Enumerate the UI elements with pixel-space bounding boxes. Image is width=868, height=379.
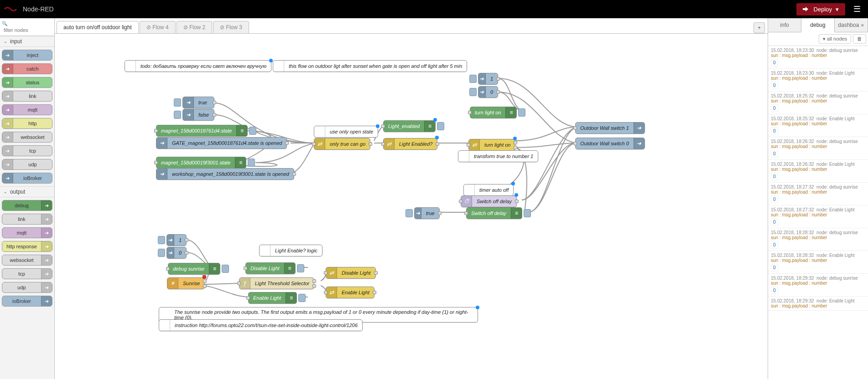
change-enable-light[interactable]: ⇄Enable Light [326, 287, 374, 298]
debug-toggle[interactable] [437, 122, 444, 130]
flow-canvas[interactable]: todo: добавить проверку если свет включе… [55, 34, 768, 379]
output-port[interactable] [312, 284, 316, 288]
debug-toggle[interactable] [297, 264, 304, 272]
tab-dashboard[interactable]: dashboa ✕ [835, 18, 868, 32]
category-output[interactable]: ⌄output [0, 186, 54, 197]
palette-node-websocket[interactable]: ➜websocket [2, 132, 52, 143]
inject-0[interactable]: ➜0 [478, 86, 498, 98]
inject-button[interactable] [174, 98, 181, 107]
input-port[interactable] [381, 142, 385, 146]
debug-sunrise[interactable]: debug sunrise≡ [168, 263, 220, 275]
inject-false[interactable]: ➜false [182, 109, 214, 121]
debug-switch-off[interactable]: Switch off delay≡ [466, 207, 522, 219]
menu-icon[interactable]: ☰ [850, 2, 864, 16]
input-port[interactable] [464, 211, 468, 215]
tab-flow4[interactable]: ⊘ Flow 4 [140, 21, 176, 33]
sunrise-node[interactable]: ☀Sunrise [167, 277, 205, 289]
debug-light-enabled[interactable]: Light_enabled≡ [383, 120, 436, 132]
input-port[interactable] [237, 282, 241, 285]
deploy-button[interactable]: Deploy ▾ [796, 3, 845, 15]
iobroker-outdoor1[interactable]: Outdoor Wall switch 1➜ [575, 122, 645, 134]
palette-node-udp[interactable]: ➜udp [2, 159, 52, 170]
input-port[interactable] [166, 267, 170, 271]
palette-node-ioBroker[interactable]: ioBroker➜ [2, 296, 52, 307]
palette-node-link[interactable]: link➜ [2, 214, 52, 225]
input-port[interactable] [154, 129, 158, 133]
output-port[interactable] [369, 142, 372, 146]
palette-node-websocket[interactable]: websocket➜ [2, 255, 52, 266]
inject-0b[interactable]: ➜0 [166, 247, 187, 259]
tab-auto-outdoor[interactable]: auto turn on/off outdoor light [57, 21, 139, 33]
palette-node-debug[interactable]: debug➜ [2, 200, 52, 211]
input-port[interactable] [246, 296, 250, 300]
comment-node[interactable]: this flow on outdoor ligt after sunset w… [273, 60, 467, 72]
input-port[interactable] [324, 271, 327, 275]
output-port[interactable] [496, 90, 500, 94]
inject-button[interactable] [174, 111, 181, 119]
input-port[interactable] [324, 291, 327, 294]
iobroker-workshop-magnet[interactable]: ➜workshop_magnet_158d00019f3001.state Is… [156, 168, 294, 180]
input-port[interactable] [381, 124, 385, 128]
debug-toggle[interactable] [518, 108, 525, 117]
tab-flow2[interactable]: ⊘ Flow 2 [177, 21, 213, 33]
palette-node-mqtt[interactable]: mqtt➜ [2, 227, 52, 238]
debug-enable-light[interactable]: Enable Light≡ [248, 292, 297, 304]
input-port[interactable] [467, 143, 470, 147]
inject-button[interactable] [158, 249, 165, 257]
palette-node-inject[interactable]: ➜inject [2, 50, 52, 61]
output-port[interactable] [185, 251, 188, 255]
debug-toggle[interactable] [248, 159, 255, 167]
tab-info[interactable]: info [768, 18, 801, 32]
palette-node-http-response[interactable]: http response➜ [2, 241, 52, 252]
debug-magnet2[interactable]: magnet_158d00019f3001.state≡ [156, 157, 246, 169]
input-port[interactable] [573, 126, 577, 130]
input-port[interactable] [573, 142, 577, 145]
comment-node[interactable]: todo: добавить проверку если свет включе… [125, 60, 271, 72]
palette-node-udp[interactable]: udp➜ [2, 282, 52, 293]
output-port[interactable] [514, 146, 517, 149]
palette-node-link[interactable]: ➜link [2, 91, 52, 102]
inject-1[interactable]: ➜1 [478, 73, 498, 85]
output-port[interactable] [312, 279, 316, 283]
output-port[interactable] [285, 141, 289, 145]
debug-toggle[interactable] [298, 294, 306, 302]
debug-turn-on[interactable]: turn light on≡ [470, 107, 517, 118]
output-port[interactable] [514, 141, 517, 144]
function-lts[interactable]: ƒLight Threshold Selector [239, 277, 314, 289]
output-port[interactable] [374, 271, 378, 275]
input-port[interactable] [154, 161, 158, 164]
iobroker-gate-magnet[interactable]: ➜GATE_magnet_158d00018761d4.state is ope… [156, 137, 287, 149]
inject-1b[interactable]: ➜1 [166, 234, 187, 246]
comment-timer[interactable]: timer auto off [463, 184, 514, 196]
input-port[interactable] [312, 142, 316, 146]
debug-toggle[interactable] [222, 265, 229, 273]
inject-button[interactable] [405, 209, 413, 217]
input-port[interactable] [468, 111, 472, 114]
inject-button[interactable] [469, 75, 477, 83]
comment-use-open[interactable]: use only open state [314, 126, 378, 138]
input-port[interactable] [459, 200, 463, 203]
debug-toggle[interactable] [249, 127, 256, 135]
delay-switch-off[interactable]: ⏱Switch off delay [461, 195, 517, 207]
debug-toggle[interactable] [524, 209, 531, 217]
add-tab-button[interactable]: + [754, 22, 765, 33]
palette-node-tcp[interactable]: tcp➜ [2, 268, 52, 279]
output-port[interactable] [213, 101, 216, 104]
palette-node-http[interactable]: ➜http [2, 118, 52, 129]
category-input[interactable]: ⌄input [0, 36, 54, 47]
output-port[interactable] [438, 211, 442, 215]
output-port[interactable] [515, 200, 519, 203]
clear-debug-button[interactable]: 🗑 [853, 34, 866, 44]
iobroker-outdoor0[interactable]: Outdoor Wall switch 0➜ [575, 138, 645, 149]
comment-transform[interactable]: transform true to number 1 [458, 150, 538, 162]
palette-node-tcp[interactable]: ➜tcp [2, 145, 52, 156]
palette-node-catch[interactable]: ➜catch [2, 63, 52, 74]
output-port[interactable] [203, 284, 207, 288]
output-port[interactable] [292, 172, 296, 176]
palette-node-ioBroker[interactable]: ➜ioBroker [2, 173, 52, 184]
input-port[interactable] [244, 266, 247, 270]
filter-all-nodes[interactable]: ▾ all nodes [819, 34, 851, 44]
inject-button[interactable] [158, 236, 165, 244]
output-port[interactable] [213, 113, 216, 117]
output-port[interactable] [203, 279, 207, 283]
